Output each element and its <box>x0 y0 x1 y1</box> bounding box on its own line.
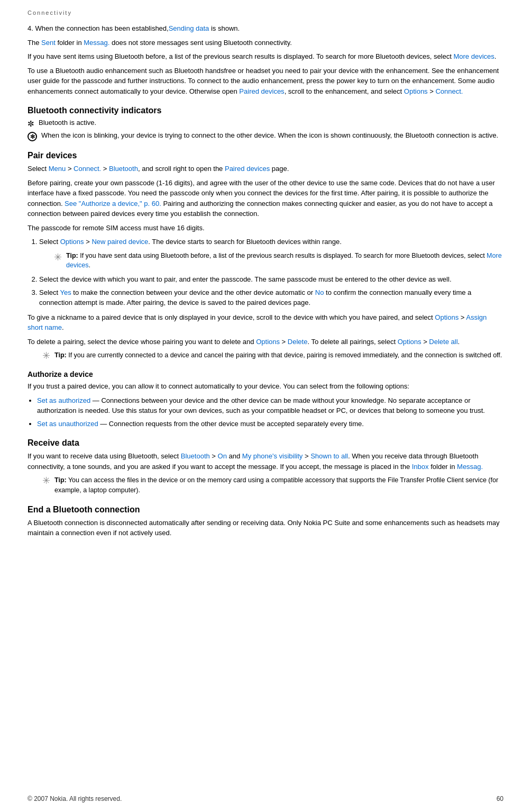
connect-link-1[interactable]: Connect. <box>435 87 463 95</box>
paired-devices-link-2[interactable]: Paired devices <box>225 165 270 173</box>
receive-para: If you want to receive data using Blueto… <box>28 451 503 472</box>
sent-link[interactable]: Sent <box>41 39 56 47</box>
authorize-bullets: Set as authorized — Connections between … <box>37 395 503 429</box>
receive-data-heading: Receive data <box>28 438 503 448</box>
paired-devices-link-1[interactable]: Paired devices <box>239 87 284 95</box>
options-link-3[interactable]: Options <box>256 338 280 346</box>
bluetooth-blinking-icon: ✼ <box>28 132 37 141</box>
messag-link-1[interactable]: Messag. <box>84 39 109 47</box>
intro-item4: 4. When the connection has been establis… <box>28 23 503 34</box>
pair-para1: Before pairing, create your own passcode… <box>28 178 503 219</box>
pair-step-1: Select Options > New paired device. The … <box>39 237 503 270</box>
tip-3: ✳ Tip: You can access the files in the d… <box>42 475 503 495</box>
search-line: If you have sent items using Bluetooth b… <box>28 51 503 62</box>
tip-2: ✳ Tip: If you are currently connected to… <box>42 350 503 362</box>
footer: © 2007 Nokia. All rights reserved. 60 <box>0 795 531 802</box>
authorize-bullet-2: Set as unauthorized — Connection request… <box>37 419 503 429</box>
footer-page-number: 60 <box>497 795 503 802</box>
messag-link-2[interactable]: Messag. <box>457 463 483 471</box>
passcode-note: The passcode for remote SIM access must … <box>28 223 503 233</box>
footer-copyright: © 2007 Nokia. All rights reserved. <box>28 795 122 802</box>
set-as-authorized-link[interactable]: Set as authorized <box>37 396 90 404</box>
shown-to-all-link[interactable]: Shown to all <box>310 452 348 460</box>
connect-link-2[interactable]: Connect. <box>74 165 101 173</box>
nickname-para: To give a nickname to a paired device th… <box>28 312 503 333</box>
end-bt-heading: End a Bluetooth connection <box>28 505 503 515</box>
options-link-2[interactable]: Options <box>435 313 459 321</box>
tip-1: ✳ Tip: If you have sent data using Bluet… <box>54 251 503 271</box>
sending-data-link[interactable]: Sending data <box>169 24 209 32</box>
page-header: Connectivity <box>28 10 503 16</box>
bt-indicator-1: ✼ Bluetooth is active. <box>28 119 503 129</box>
tip-icon-3: ✳ <box>42 475 50 486</box>
no-link[interactable]: No <box>315 288 324 296</box>
new-paired-link[interactable]: New paired device <box>91 238 148 246</box>
pair-step-2: Select the device with which you want to… <box>39 274 503 285</box>
bt-indicator-2: ✼ When the icon is blinking, your device… <box>28 131 503 141</box>
pair-steps: Select Options > New paired device. The … <box>39 237 503 308</box>
more-devices-link-1[interactable]: More devices <box>453 52 494 60</box>
delete-para: To delete a pairing, select the device w… <box>28 337 503 347</box>
pair-step-3: Select Yes to make the connection betwee… <box>39 287 503 308</box>
options-link-step1[interactable]: Options <box>60 238 84 246</box>
authorize-heading: Authorize a device <box>28 370 503 378</box>
sent-folder-line: The Sent folder in Messag. does not stor… <box>28 38 503 48</box>
authorize-link[interactable]: See "Authorize a device," p. 60. <box>65 200 161 207</box>
options-link-1[interactable]: Options <box>404 87 428 95</box>
visibility-link[interactable]: My phone's visibility <box>242 452 303 460</box>
authorize-bullet-1: Set as authorized — Connections between … <box>37 395 503 416</box>
set-as-unauthorized-link[interactable]: Set as unauthorized <box>37 420 98 428</box>
options-link-4[interactable]: Options <box>398 338 422 346</box>
bt-indicators-heading: Bluetooth connectivity indicators <box>28 106 503 115</box>
pair-devices-heading: Pair devices <box>28 151 503 160</box>
on-link[interactable]: On <box>218 452 227 460</box>
end-bt-para: A Bluetooth connection is disconnected a… <box>28 518 503 538</box>
tip-icon-2: ✳ <box>42 350 50 362</box>
bluetooth-active-icon: ✼ <box>28 119 34 129</box>
inbox-link[interactable]: Inbox <box>412 463 429 471</box>
delete-link[interactable]: Delete <box>288 338 308 346</box>
yes-link[interactable]: Yes <box>60 288 71 296</box>
delete-all-link[interactable]: Delete all <box>429 338 457 346</box>
pair-intro: Select Menu > Connect. > Bluetooth, and … <box>28 164 503 174</box>
bt-audio-para: To use a Bluetooth audio enhancement suc… <box>28 66 503 97</box>
bluetooth-link-receive[interactable]: Bluetooth <box>181 452 210 460</box>
authorize-intro: If you trust a paired device, you can al… <box>28 381 503 392</box>
tip-icon-1: ✳ <box>54 250 62 265</box>
page: Connectivity 4. When the connection has … <box>0 0 531 812</box>
menu-link[interactable]: Menu <box>49 165 66 173</box>
bluetooth-link[interactable]: Bluetooth <box>109 165 138 173</box>
header-title: Connectivity <box>28 10 72 16</box>
